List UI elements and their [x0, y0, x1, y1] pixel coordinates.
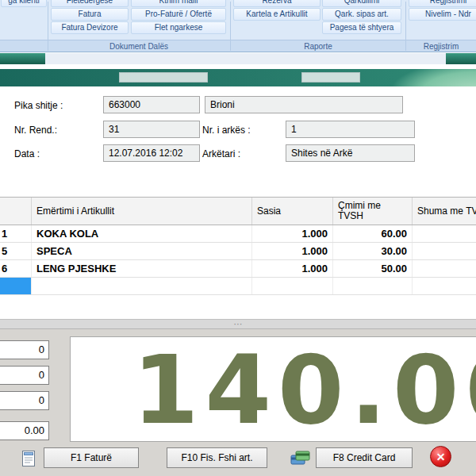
- ribbon-button-fatura-devizore[interactable]: Fatura Devizore: [51, 21, 129, 34]
- row-price: [333, 278, 413, 294]
- total-field-1[interactable]: 0: [0, 340, 49, 359]
- ribbon-button-nivelim[interactable]: Nivelim - Ndr: [409, 8, 476, 21]
- table-row[interactable]: 1 KOKA KOLA 1.000 60.00 60.00: [0, 225, 476, 243]
- ribbon-group-label-dokument-dales: Dokument Dalës: [48, 41, 229, 52]
- row-qty: 1.000: [252, 243, 333, 259]
- ribbon-group-regjistrim: Regjistrimi Nivelim - Ndr Regjistrim: [406, 0, 476, 52]
- row-code: 5: [0, 243, 32, 259]
- table-row[interactable]: 6 LENG PJESHKE 1.000 50.00 50.00: [0, 260, 476, 278]
- ribbon-button-regjistrimi[interactable]: Regjistrimi: [409, 0, 476, 7]
- ribbon-button-pro-fature-oferte[interactable]: Pro-Faturë / Ofertë: [131, 8, 226, 21]
- table-row[interactable]: 5 SPECA 1.000 30.00 30.00: [0, 243, 476, 260]
- ribbon-group-left-cropped: ga klienti: [0, 0, 48, 52]
- selected-row-marker: [0, 278, 32, 294]
- row-name: SPECA: [32, 243, 252, 259]
- close-icon[interactable]: ✕: [430, 446, 451, 467]
- header-cmimi[interactable]: Çmimi me TVSH: [333, 198, 413, 225]
- grand-total-value: 140.00: [132, 336, 476, 442]
- section-header-band: [0, 69, 476, 86]
- arketari-label: Arkëtari :: [202, 148, 240, 159]
- data-field[interactable]: 12.07.2016 12:02: [103, 144, 200, 162]
- ribbon-button-klienti[interactable]: ga klienti: [1, 0, 47, 7]
- total-field-4[interactable]: 0.00: [0, 421, 49, 440]
- invoice-icon[interactable]: [21, 450, 41, 467]
- ribbon-button-fatura[interactable]: Fatura: [51, 8, 129, 21]
- table-row-new-selected[interactable]: [0, 278, 476, 295]
- pika-shitje-name-field[interactable]: Brioni: [205, 96, 403, 113]
- row-qty: 1.000: [252, 225, 333, 242]
- ribbon-group-dokument-dales: Fletëdërgese Fatura Fatura Devizore Kthi…: [48, 0, 229, 52]
- band-field-1: [119, 72, 208, 83]
- row-price: 60.00: [333, 225, 413, 242]
- ribbon-group-raporte: Rezerva Kartela e Artikullit Qarkullimi …: [231, 0, 405, 52]
- row-sum: [413, 278, 476, 294]
- row-sum: 30.00: [413, 243, 476, 259]
- total-field-2[interactable]: 0: [0, 366, 49, 385]
- row-name: KOKA KOLA: [32, 225, 252, 242]
- credit-card-icon[interactable]: [290, 450, 311, 467]
- row-sum: 60.00: [413, 225, 476, 242]
- row-price: 30.00: [333, 243, 413, 259]
- header-sasia[interactable]: Sasia: [252, 198, 333, 225]
- row-code: 1: [0, 225, 32, 242]
- pika-shitje-label: Pika shitje :: [14, 100, 63, 111]
- ribbon-button-fletedergese[interactable]: Fletëdërgese: [51, 0, 129, 7]
- ribbon-button-rezerva[interactable]: Rezerva: [233, 0, 321, 7]
- totals-panel: 0 0 0 0.00 140.00 F1 Faturë F10 Fis. Fsh…: [0, 329, 476, 476]
- ribbon-toolbar: ga klienti Fletëdërgese Fatura Fatura De…: [0, 0, 476, 52]
- header-row-selector: [0, 198, 32, 225]
- f8-credit-card-button[interactable]: F8 Credit Card: [316, 447, 413, 468]
- band-field-2: [301, 72, 360, 83]
- green-segment-right: [446, 53, 476, 64]
- nr-arkes-field[interactable]: 1: [286, 121, 415, 138]
- articles-table: Emërtimi i Artikullit Sasia Çmimi me TVS…: [0, 197, 476, 295]
- nr-arkes-label: Nr. i arkës :: [202, 125, 251, 136]
- ribbon-button-qarkullimi[interactable]: Qarkullimi: [322, 0, 401, 7]
- f10-fshi-art-button[interactable]: F10 Fis. Fshi art.: [167, 447, 267, 468]
- ribbon-button-qark-sipas-art[interactable]: Qark. sipas art.: [322, 8, 401, 21]
- ribbon-button-kartela-artikullit[interactable]: Kartela e Artikullit: [233, 8, 321, 21]
- total-field-3[interactable]: 0: [0, 391, 49, 410]
- row-qty: 1.000: [252, 260, 333, 277]
- ribbon-button-kthim-malli[interactable]: Kthim malli: [131, 0, 226, 7]
- arketari-field[interactable]: Shites në Arkë: [286, 144, 415, 162]
- app-window: ga klienti Fletëdërgese Fatura Fatura De…: [0, 0, 476, 476]
- splitter-handle[interactable]: ⋯: [0, 319, 476, 328]
- horizontal-splitter[interactable]: ⋯: [0, 319, 476, 329]
- data-label: Data :: [14, 148, 40, 159]
- ribbon-button-flet-ngarkese[interactable]: Flet ngarkese: [131, 21, 226, 34]
- ribbon-button-pagesa-te-shtyera[interactable]: Pagesa të shtyera: [322, 21, 401, 34]
- grand-total-display: 140.00: [70, 336, 476, 442]
- row-code: 6: [0, 260, 32, 277]
- header-shuma[interactable]: Shuma me TVSH: [413, 198, 476, 225]
- table-header-row: Emërtimi i Artikullit Sasia Çmimi me TVS…: [0, 197, 476, 225]
- nr-rend-label: Nr. Rend.:: [14, 125, 57, 136]
- ribbon-group-label-raporte: Raporte: [231, 41, 405, 52]
- header-emertimi[interactable]: Emërtimi i Artikullit: [32, 198, 252, 225]
- row-name: LENG PJESHKE: [32, 260, 252, 277]
- row-name: [32, 278, 252, 294]
- decorative-wave: [349, 69, 476, 86]
- green-segment-left: [0, 53, 45, 64]
- row-qty: [252, 278, 333, 294]
- nr-rend-field[interactable]: 31: [103, 121, 200, 138]
- status-subbar: [0, 53, 476, 64]
- row-sum: 50.00: [413, 260, 476, 277]
- ribbon-group-label-regjistrim: Regjistrim: [406, 41, 476, 52]
- f1-fature-button[interactable]: F1 Faturë: [44, 447, 139, 468]
- pika-shitje-code-field[interactable]: 663000: [103, 96, 200, 113]
- row-price: 50.00: [333, 260, 413, 277]
